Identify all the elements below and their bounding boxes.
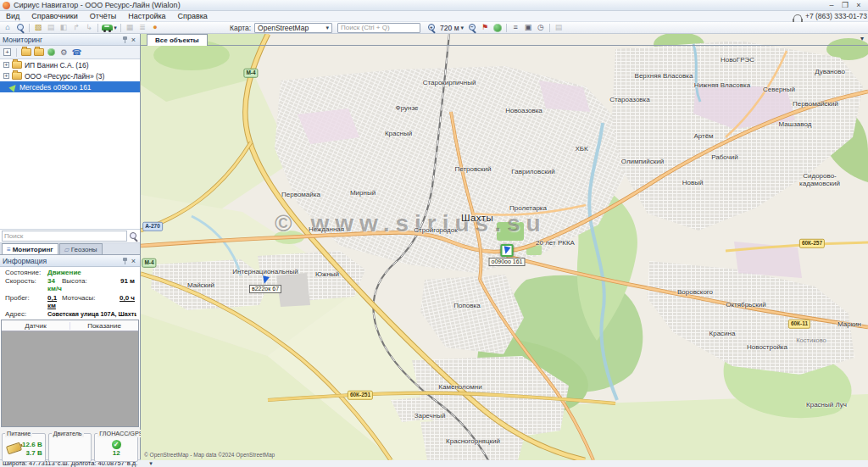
notifications-icon[interactable]: ● <box>149 22 161 33</box>
tree-search-input[interactable] <box>2 231 127 242</box>
zoom-out-icon[interactable]: − <box>466 22 478 33</box>
report-icon: ≣ <box>136 22 148 33</box>
expand-icon[interactable]: + <box>3 73 9 79</box>
altitude-label: Высота: <box>62 277 101 292</box>
tree-item[interactable]: +ООО «Ресурс-Лайн» (3) <box>0 70 140 81</box>
monitoring-title: Мониторинг <box>3 36 122 44</box>
globe-search-icon[interactable] <box>46 47 57 58</box>
vehicle-state-icon <box>8 82 18 92</box>
legend-icon[interactable]: ≡ <box>509 22 521 33</box>
close-panel-icon[interactable]: × <box>130 36 137 44</box>
power-title: Питание <box>5 430 32 437</box>
map-scale-value: 720 м <box>440 24 459 32</box>
vehicle-direction-icon <box>261 275 270 285</box>
power-box: Питание 12.6 В 3.7 В <box>2 433 46 462</box>
menubar: ВидСправочникиОтчётыНастройкаСправка +7 … <box>0 11 868 22</box>
tree-item-label: Mercedes о090оо 161 <box>19 83 92 92</box>
table-icon: ▦ <box>124 22 136 33</box>
vehicle-marker[interactable]: в222ок 67 <box>249 276 281 293</box>
address-value: Советская улица 107А, Шахты, РОС <box>47 310 136 318</box>
tab-geozones-label: Геозоны <box>71 245 97 254</box>
map-attribution: © OpenStreetMap - Map data ©2024 OpenStr… <box>144 452 275 458</box>
global-search-input[interactable] <box>337 23 420 33</box>
folder-icon <box>12 61 22 69</box>
app-window: Сириус Навигатор - ООО Ресурс-Лайн (Wial… <box>0 0 868 467</box>
map-provider-select[interactable]: OpenStreetMap▾ <box>254 23 332 33</box>
sensors-table-body[interactable] <box>2 331 138 426</box>
pin-icon[interactable] <box>122 257 128 264</box>
support-phone: +7 (863) 333-01-73 <box>793 12 868 20</box>
list-icon: ≡ <box>7 245 11 254</box>
home-icon[interactable]: ⌂ <box>2 22 14 33</box>
tree-item-label: ООО «Ресурс-Лайн» (3) <box>25 72 104 81</box>
chevron-down-icon: ▾ <box>461 25 465 31</box>
binoculars-icon[interactable] <box>129 231 138 241</box>
close-panel-icon[interactable]: × <box>130 257 137 265</box>
info-panel-header: Информация × <box>0 255 140 267</box>
vehicle-menu-icon[interactable]: ▾ <box>101 22 118 33</box>
zoom-in-icon[interactable]: + <box>426 22 437 33</box>
minimize-button[interactable]: – <box>825 1 838 10</box>
app-icon <box>3 2 10 9</box>
search-map-icon[interactable] <box>14 22 26 33</box>
headset-icon <box>793 14 802 20</box>
sensors-table: Датчик Показание <box>1 320 139 427</box>
menu-item[interactable]: Справка <box>172 12 214 20</box>
tree-item[interactable]: +ИП Ванин С.А. (16) <box>0 59 140 70</box>
vehicle-marker-label: о090оо 161 <box>489 258 526 266</box>
sensors-table-header: Датчик Показание <box>2 320 138 331</box>
map-scale-dropdown[interactable]: 720 м▾ <box>438 24 465 32</box>
speed-label: Скорость: <box>5 277 47 292</box>
battery-icon <box>6 442 22 455</box>
window-title: Сириус Навигатор - ООО Ресурс-Лайн (Wial… <box>14 1 825 9</box>
vehicle-direction-icon <box>503 246 511 255</box>
polygon-icon: ▱ <box>64 245 70 254</box>
close-button[interactable]: × <box>852 1 865 10</box>
phone-trace-icon[interactable]: ☎ <box>71 47 82 58</box>
edit-geozone-icon[interactable]: ▧ <box>32 22 44 33</box>
vehicle-marker[interactable]: о090оо 161 <box>489 244 526 266</box>
expand-all-icon[interactable]: + <box>2 47 13 58</box>
folder-icon <box>12 72 22 80</box>
sidebar: Мониторинг × + ⚙ ☎ +ИП Ванин С.А. (16)+О… <box>0 34 141 460</box>
toolbar: ⌂ ▧ ▤ ◧ ↱ ↳ ▾ ▦ ≣ ● Карта: OpenStreetMap… <box>0 22 868 34</box>
engine-title: Двигатель <box>52 430 84 437</box>
engine-hours-label: Моточасы: <box>62 294 101 309</box>
map[interactable]: © www.sirius.su СтарокирпичныйФрунзеКрас… <box>141 34 868 460</box>
sidebar-search <box>0 229 140 243</box>
altitude-value: 91 м <box>101 277 136 292</box>
speed-value: 34 км/ч <box>47 277 62 292</box>
menu-item[interactable]: Отчёты <box>84 12 122 20</box>
menu-item[interactable]: Справочники <box>25 12 84 20</box>
tab-monitoring[interactable]: ≡Мониторинг <box>2 243 58 254</box>
tab-geozones[interactable]: ▱Геозоны <box>59 243 103 254</box>
titlebar: Сириус Навигатор - ООО Ресурс-Лайн (Wial… <box>0 0 868 11</box>
chevron-down-icon: ▾ <box>326 25 330 31</box>
all-objects-tab[interactable]: Все объекты <box>147 34 208 46</box>
support-phone-number: +7 (863) 333-01-73 <box>805 12 867 20</box>
status-caret-icon[interactable]: ▾ <box>149 460 153 467</box>
route-back-icon: ↳ <box>83 22 95 33</box>
expand-icon[interactable]: + <box>3 62 9 68</box>
gauges: Питание 12.6 В 3.7 В Двигатель ГЛОНАСС/G… <box>0 427 140 466</box>
menu-item[interactable]: Настройка <box>122 12 171 20</box>
folders-icon[interactable] <box>20 47 31 58</box>
follow-flag-icon[interactable]: ⚑ <box>479 22 491 33</box>
pin-icon[interactable] <box>122 36 128 43</box>
tree-item[interactable]: Mercedes о090оо 161 <box>0 81 140 92</box>
maximize-button[interactable]: ❐ <box>838 1 852 10</box>
mileage-value[interactable]: 0,1 км <box>47 294 62 309</box>
track-icon: ▤ <box>45 22 57 33</box>
map-menu-caret-icon[interactable]: ▾ <box>860 35 864 42</box>
menu-item[interactable]: Вид <box>0 12 25 20</box>
gps-box: ГЛОНАСС/GPS ✓ 12 <box>94 433 138 462</box>
measure-icon: ▤ <box>553 22 565 33</box>
sensors-col-sensor: Датчик <box>2 322 70 330</box>
settings-gear-icon[interactable]: ⚙ <box>58 47 70 58</box>
globe-icon[interactable] <box>492 22 504 33</box>
folders-add-icon[interactable] <box>33 47 44 58</box>
tab-monitoring-label: Мониторинг <box>13 245 53 254</box>
history-clock-icon[interactable]: ◷ <box>535 22 547 33</box>
fullscreen-icon[interactable]: ▣ <box>522 22 534 33</box>
engine-hours-value[interactable]: 0,0 ч <box>101 294 136 309</box>
